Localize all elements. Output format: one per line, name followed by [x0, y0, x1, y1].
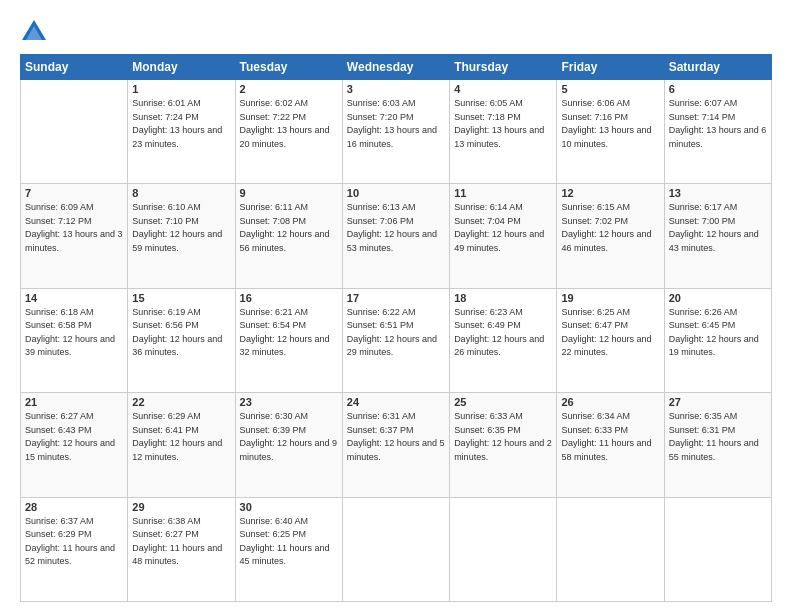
- week-row-1: 1Sunrise: 6:01 AMSunset: 7:24 PMDaylight…: [21, 80, 772, 184]
- day-number: 2: [240, 83, 338, 95]
- day-info: Sunrise: 6:31 AMSunset: 6:37 PMDaylight:…: [347, 410, 445, 464]
- day-number: 25: [454, 396, 552, 408]
- calendar-cell: 5Sunrise: 6:06 AMSunset: 7:16 PMDaylight…: [557, 80, 664, 184]
- calendar-cell: [450, 497, 557, 601]
- day-info: Sunrise: 6:10 AMSunset: 7:10 PMDaylight:…: [132, 201, 230, 255]
- day-info: Sunrise: 6:11 AMSunset: 7:08 PMDaylight:…: [240, 201, 338, 255]
- day-info: Sunrise: 6:37 AMSunset: 6:29 PMDaylight:…: [25, 515, 123, 569]
- day-header-saturday: Saturday: [664, 55, 771, 80]
- day-info: Sunrise: 6:13 AMSunset: 7:06 PMDaylight:…: [347, 201, 445, 255]
- week-row-4: 21Sunrise: 6:27 AMSunset: 6:43 PMDayligh…: [21, 393, 772, 497]
- calendar-cell: 8Sunrise: 6:10 AMSunset: 7:10 PMDaylight…: [128, 184, 235, 288]
- calendar-cell: [664, 497, 771, 601]
- calendar-cell: [557, 497, 664, 601]
- day-header-friday: Friday: [557, 55, 664, 80]
- day-number: 15: [132, 292, 230, 304]
- calendar-cell: 24Sunrise: 6:31 AMSunset: 6:37 PMDayligh…: [342, 393, 449, 497]
- calendar-cell: 9Sunrise: 6:11 AMSunset: 7:08 PMDaylight…: [235, 184, 342, 288]
- calendar-cell: 20Sunrise: 6:26 AMSunset: 6:45 PMDayligh…: [664, 288, 771, 392]
- day-info: Sunrise: 6:38 AMSunset: 6:27 PMDaylight:…: [132, 515, 230, 569]
- calendar-cell: [21, 80, 128, 184]
- week-row-5: 28Sunrise: 6:37 AMSunset: 6:29 PMDayligh…: [21, 497, 772, 601]
- day-info: Sunrise: 6:01 AMSunset: 7:24 PMDaylight:…: [132, 97, 230, 151]
- day-number: 5: [561, 83, 659, 95]
- day-info: Sunrise: 6:07 AMSunset: 7:14 PMDaylight:…: [669, 97, 767, 151]
- calendar-cell: 1Sunrise: 6:01 AMSunset: 7:24 PMDaylight…: [128, 80, 235, 184]
- logo-icon: [20, 18, 48, 46]
- day-info: Sunrise: 6:27 AMSunset: 6:43 PMDaylight:…: [25, 410, 123, 464]
- day-number: 9: [240, 187, 338, 199]
- day-number: 18: [454, 292, 552, 304]
- calendar-cell: 10Sunrise: 6:13 AMSunset: 7:06 PMDayligh…: [342, 184, 449, 288]
- day-number: 27: [669, 396, 767, 408]
- calendar-cell: 2Sunrise: 6:02 AMSunset: 7:22 PMDaylight…: [235, 80, 342, 184]
- day-number: 10: [347, 187, 445, 199]
- calendar-cell: 11Sunrise: 6:14 AMSunset: 7:04 PMDayligh…: [450, 184, 557, 288]
- day-number: 24: [347, 396, 445, 408]
- day-number: 1: [132, 83, 230, 95]
- day-header-monday: Monday: [128, 55, 235, 80]
- day-info: Sunrise: 6:05 AMSunset: 7:18 PMDaylight:…: [454, 97, 552, 151]
- calendar-cell: 29Sunrise: 6:38 AMSunset: 6:27 PMDayligh…: [128, 497, 235, 601]
- calendar-cell: 7Sunrise: 6:09 AMSunset: 7:12 PMDaylight…: [21, 184, 128, 288]
- day-info: Sunrise: 6:03 AMSunset: 7:20 PMDaylight:…: [347, 97, 445, 151]
- calendar-cell: 13Sunrise: 6:17 AMSunset: 7:00 PMDayligh…: [664, 184, 771, 288]
- day-number: 26: [561, 396, 659, 408]
- day-info: Sunrise: 6:40 AMSunset: 6:25 PMDaylight:…: [240, 515, 338, 569]
- calendar-cell: 17Sunrise: 6:22 AMSunset: 6:51 PMDayligh…: [342, 288, 449, 392]
- day-number: 11: [454, 187, 552, 199]
- day-info: Sunrise: 6:15 AMSunset: 7:02 PMDaylight:…: [561, 201, 659, 255]
- day-header-tuesday: Tuesday: [235, 55, 342, 80]
- calendar-cell: 26Sunrise: 6:34 AMSunset: 6:33 PMDayligh…: [557, 393, 664, 497]
- day-info: Sunrise: 6:18 AMSunset: 6:58 PMDaylight:…: [25, 306, 123, 360]
- day-info: Sunrise: 6:06 AMSunset: 7:16 PMDaylight:…: [561, 97, 659, 151]
- day-info: Sunrise: 6:17 AMSunset: 7:00 PMDaylight:…: [669, 201, 767, 255]
- day-info: Sunrise: 6:23 AMSunset: 6:49 PMDaylight:…: [454, 306, 552, 360]
- day-number: 4: [454, 83, 552, 95]
- day-info: Sunrise: 6:25 AMSunset: 6:47 PMDaylight:…: [561, 306, 659, 360]
- calendar-cell: 18Sunrise: 6:23 AMSunset: 6:49 PMDayligh…: [450, 288, 557, 392]
- day-info: Sunrise: 6:33 AMSunset: 6:35 PMDaylight:…: [454, 410, 552, 464]
- logo: [20, 18, 52, 46]
- day-number: 6: [669, 83, 767, 95]
- calendar-cell: 22Sunrise: 6:29 AMSunset: 6:41 PMDayligh…: [128, 393, 235, 497]
- day-info: Sunrise: 6:26 AMSunset: 6:45 PMDaylight:…: [669, 306, 767, 360]
- calendar-cell: 4Sunrise: 6:05 AMSunset: 7:18 PMDaylight…: [450, 80, 557, 184]
- day-number: 19: [561, 292, 659, 304]
- day-info: Sunrise: 6:30 AMSunset: 6:39 PMDaylight:…: [240, 410, 338, 464]
- calendar: SundayMondayTuesdayWednesdayThursdayFrid…: [20, 54, 772, 602]
- day-info: Sunrise: 6:02 AMSunset: 7:22 PMDaylight:…: [240, 97, 338, 151]
- day-number: 28: [25, 501, 123, 513]
- day-number: 21: [25, 396, 123, 408]
- day-info: Sunrise: 6:34 AMSunset: 6:33 PMDaylight:…: [561, 410, 659, 464]
- week-row-3: 14Sunrise: 6:18 AMSunset: 6:58 PMDayligh…: [21, 288, 772, 392]
- calendar-cell: 12Sunrise: 6:15 AMSunset: 7:02 PMDayligh…: [557, 184, 664, 288]
- calendar-cell: 21Sunrise: 6:27 AMSunset: 6:43 PMDayligh…: [21, 393, 128, 497]
- calendar-cell: 3Sunrise: 6:03 AMSunset: 7:20 PMDaylight…: [342, 80, 449, 184]
- day-info: Sunrise: 6:19 AMSunset: 6:56 PMDaylight:…: [132, 306, 230, 360]
- day-info: Sunrise: 6:21 AMSunset: 6:54 PMDaylight:…: [240, 306, 338, 360]
- day-number: 30: [240, 501, 338, 513]
- calendar-cell: 27Sunrise: 6:35 AMSunset: 6:31 PMDayligh…: [664, 393, 771, 497]
- day-info: Sunrise: 6:14 AMSunset: 7:04 PMDaylight:…: [454, 201, 552, 255]
- day-header-sunday: Sunday: [21, 55, 128, 80]
- week-row-2: 7Sunrise: 6:09 AMSunset: 7:12 PMDaylight…: [21, 184, 772, 288]
- calendar-cell: 23Sunrise: 6:30 AMSunset: 6:39 PMDayligh…: [235, 393, 342, 497]
- day-header-wednesday: Wednesday: [342, 55, 449, 80]
- day-number: 8: [132, 187, 230, 199]
- calendar-cell: 28Sunrise: 6:37 AMSunset: 6:29 PMDayligh…: [21, 497, 128, 601]
- calendar-cell: 6Sunrise: 6:07 AMSunset: 7:14 PMDaylight…: [664, 80, 771, 184]
- day-number: 14: [25, 292, 123, 304]
- day-number: 3: [347, 83, 445, 95]
- day-number: 7: [25, 187, 123, 199]
- day-info: Sunrise: 6:09 AMSunset: 7:12 PMDaylight:…: [25, 201, 123, 255]
- calendar-cell: [342, 497, 449, 601]
- calendar-cell: 14Sunrise: 6:18 AMSunset: 6:58 PMDayligh…: [21, 288, 128, 392]
- day-number: 16: [240, 292, 338, 304]
- day-number: 13: [669, 187, 767, 199]
- calendar-cell: 30Sunrise: 6:40 AMSunset: 6:25 PMDayligh…: [235, 497, 342, 601]
- day-info: Sunrise: 6:29 AMSunset: 6:41 PMDaylight:…: [132, 410, 230, 464]
- header-row: SundayMondayTuesdayWednesdayThursdayFrid…: [21, 55, 772, 80]
- calendar-cell: 25Sunrise: 6:33 AMSunset: 6:35 PMDayligh…: [450, 393, 557, 497]
- day-number: 12: [561, 187, 659, 199]
